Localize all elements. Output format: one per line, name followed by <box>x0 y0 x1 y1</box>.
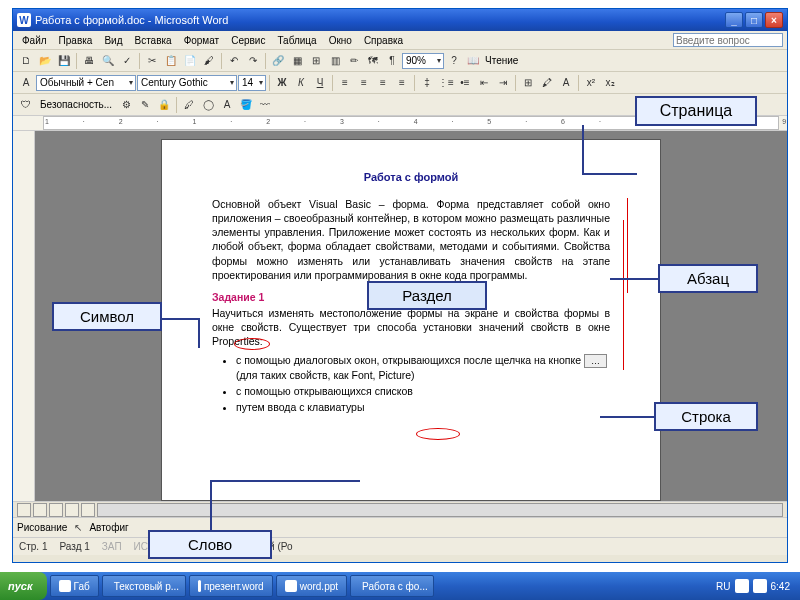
menu-format[interactable]: Формат <box>179 34 225 47</box>
cut-icon[interactable]: ✂ <box>143 52 161 70</box>
font-combo[interactable]: Century Gothic <box>137 75 237 91</box>
line-color-icon[interactable]: 〰 <box>256 96 274 114</box>
taskbar-item-0[interactable]: Габ <box>50 575 99 597</box>
line-spacing-icon[interactable]: ‡ <box>418 74 436 92</box>
callout-paragraph: Абзац <box>658 264 758 293</box>
read-icon[interactable]: 📖 <box>464 52 482 70</box>
tray-icon[interactable] <box>753 579 767 593</box>
normal-view-icon[interactable] <box>17 503 31 517</box>
tables-icon[interactable]: ▦ <box>288 52 306 70</box>
security-opt-icon[interactable]: ⚙ <box>117 96 135 114</box>
menu-help[interactable]: Справка <box>359 34 408 47</box>
spelling-icon[interactable]: ✓ <box>118 52 136 70</box>
menu-tools[interactable]: Сервис <box>226 34 270 47</box>
maximize-button[interactable]: □ <box>745 12 763 28</box>
taskbar-item-2[interactable]: презент.word <box>189 575 273 597</box>
help-question-input[interactable] <box>673 33 783 47</box>
italic-icon[interactable]: К <box>292 74 310 92</box>
open-icon[interactable]: 📂 <box>36 52 54 70</box>
justify-icon[interactable]: ≡ <box>393 74 411 92</box>
bullets-icon[interactable]: •≡ <box>456 74 474 92</box>
highlight-icon[interactable]: 🖍 <box>538 74 556 92</box>
bullet-1: с помощью диалоговых окон, открывающихся… <box>236 353 610 382</box>
reading-view-icon[interactable] <box>81 503 95 517</box>
document-page[interactable]: Работа с формой Основной объект Visual B… <box>161 139 661 501</box>
windows-taskbar: пуск Габ Текстовый р... презент.word wor… <box>0 572 800 600</box>
align-center-icon[interactable]: ≡ <box>355 74 373 92</box>
autoshapes-label[interactable]: Автофиг <box>89 522 128 533</box>
menu-table[interactable]: Таблица <box>272 34 321 47</box>
superscript-icon[interactable]: x² <box>582 74 600 92</box>
h-scrollbar[interactable] <box>97 503 783 517</box>
columns-icon[interactable]: ▥ <box>326 52 344 70</box>
security-sign-icon[interactable]: ✎ <box>136 96 154 114</box>
taskbar-item-3[interactable]: word.ppt <box>276 575 347 597</box>
style-combo[interactable]: Обычный + Cen <box>36 75 136 91</box>
numbering-icon[interactable]: ⋮≡ <box>437 74 455 92</box>
menu-view[interactable]: Вид <box>99 34 127 47</box>
clock[interactable]: 6:42 <box>771 581 790 592</box>
paste-icon[interactable]: 📄 <box>181 52 199 70</box>
security-label[interactable]: Безопасность... <box>36 99 116 110</box>
styles-icon[interactable]: A <box>17 74 35 92</box>
menu-file[interactable]: Файл <box>17 34 52 47</box>
decrease-indent-icon[interactable]: ⇤ <box>475 74 493 92</box>
tray-icon[interactable] <box>735 579 749 593</box>
menu-edit[interactable]: Правка <box>54 34 98 47</box>
align-left-icon[interactable]: ≡ <box>336 74 354 92</box>
callout-pointer <box>610 278 658 280</box>
increase-indent-icon[interactable]: ⇥ <box>494 74 512 92</box>
separator <box>265 53 266 69</box>
font-color-icon[interactable]: A <box>557 74 575 92</box>
ellipsis-button: … <box>584 354 607 368</box>
close-button[interactable]: × <box>765 12 783 28</box>
taskbar-item-4[interactable]: Работа с фо... <box>350 575 434 597</box>
insert-table-icon[interactable]: ⊞ <box>307 52 325 70</box>
bold-icon[interactable]: Ж <box>273 74 291 92</box>
security-lock-icon[interactable]: 🔒 <box>155 96 173 114</box>
map-icon[interactable]: 🗺 <box>364 52 382 70</box>
app-icon <box>198 580 201 592</box>
select-icon[interactable]: ↖ <box>69 519 87 537</box>
save-icon[interactable]: 💾 <box>55 52 73 70</box>
undo-icon[interactable]: ↶ <box>225 52 243 70</box>
preview-icon[interactable]: 🔍 <box>99 52 117 70</box>
text-box-icon[interactable]: A <box>218 96 236 114</box>
vertical-ruler[interactable] <box>13 131 35 501</box>
start-button[interactable]: пуск <box>0 572 47 600</box>
minimize-button[interactable]: _ <box>725 12 743 28</box>
outline-view-icon[interactable] <box>65 503 79 517</box>
borders-icon[interactable]: ⊞ <box>519 74 537 92</box>
format-painter-icon[interactable]: 🖌 <box>200 52 218 70</box>
shield-icon[interactable]: 🛡 <box>17 96 35 114</box>
print-icon[interactable]: 🖶 <box>80 52 98 70</box>
underline-icon[interactable]: Ч <box>311 74 329 92</box>
separator <box>139 53 140 69</box>
window-title: Работа с формой.doc - Microsoft Word <box>35 14 228 26</box>
shapes-icon[interactable]: ◯ <box>199 96 217 114</box>
zoom-combo[interactable]: 90% <box>402 53 444 69</box>
subscript-icon[interactable]: x₂ <box>601 74 619 92</box>
print-view-icon[interactable] <box>49 503 63 517</box>
new-icon[interactable]: 🗋 <box>17 52 35 70</box>
menu-insert[interactable]: Вставка <box>129 34 176 47</box>
size-combo[interactable]: 14 <box>238 75 266 91</box>
help-icon[interactable]: ? <box>445 52 463 70</box>
taskbar-item-1[interactable]: Текстовый р... <box>102 575 186 597</box>
drawing-icon[interactable]: ✏ <box>345 52 363 70</box>
show-marks-icon[interactable]: ¶ <box>383 52 401 70</box>
copy-icon[interactable]: 📋 <box>162 52 180 70</box>
redo-icon[interactable]: ↷ <box>244 52 262 70</box>
fill-icon[interactable]: 🪣 <box>237 96 255 114</box>
read-label[interactable]: Чтение <box>483 55 520 66</box>
menu-window[interactable]: Окно <box>324 34 357 47</box>
drawing-label[interactable]: Рисование <box>17 522 67 533</box>
hyperlink-icon[interactable]: 🔗 <box>269 52 287 70</box>
web-view-icon[interactable] <box>33 503 47 517</box>
lang-indicator[interactable]: RU <box>716 581 730 592</box>
separator <box>578 75 579 91</box>
callout-page: Страница <box>635 96 757 126</box>
align-right-icon[interactable]: ≡ <box>374 74 392 92</box>
red-bracket-mark-2 <box>620 220 624 370</box>
ink-icon[interactable]: 🖊 <box>180 96 198 114</box>
